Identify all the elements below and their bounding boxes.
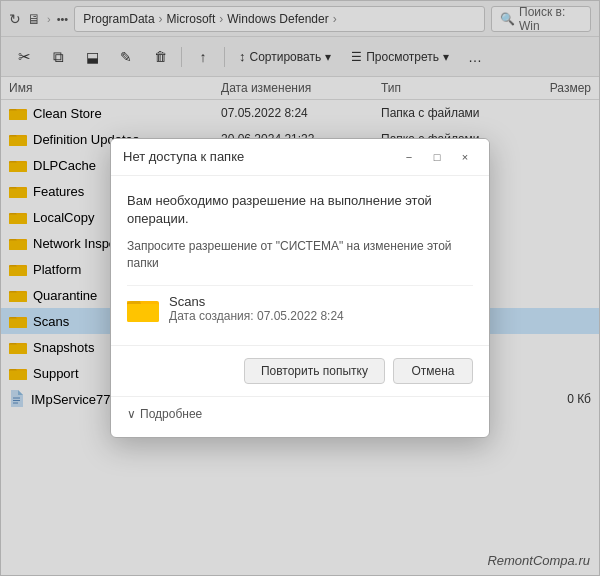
dialog-controls: − □ × — [397, 147, 477, 167]
dialog-sub-text: Запросите разрешение от "СИСТЕМА" на изм… — [127, 238, 473, 272]
dialog-details-section: ∨ Подробнее — [111, 396, 489, 437]
no-access-dialog: Нет доступа к папке − □ × Вам необходимо… — [110, 138, 490, 439]
dialog-main-text: Вам необходимо разрешение на выполнение … — [127, 192, 473, 228]
dialog-item: Scans Дата создания: 07.05.2022 8:24 — [127, 285, 473, 333]
dialog-title: Нет доступа к папке — [123, 149, 244, 164]
dialog-overlay: Нет доступа к папке − □ × Вам необходимо… — [0, 0, 600, 576]
cancel-button[interactable]: Отмена — [393, 358, 473, 384]
dialog-close-button[interactable]: × — [453, 147, 477, 167]
dialog-item-info: Scans Дата создания: 07.05.2022 8:24 — [169, 294, 344, 323]
details-label: Подробнее — [140, 407, 202, 421]
dialog-details-button[interactable]: ∨ Подробнее — [127, 401, 473, 427]
dialog-footer: Повторить попытку Отмена — [111, 345, 489, 396]
dialog-body: Вам необходимо разрешение на выполнение … — [111, 176, 489, 346]
dialog-item-name: Scans — [169, 294, 344, 309]
dialog-folder-icon — [127, 296, 159, 325]
details-chevron-icon: ∨ — [127, 407, 136, 421]
svg-rect-27 — [127, 304, 159, 322]
dialog-item-date: Дата создания: 07.05.2022 8:24 — [169, 309, 344, 323]
dialog-maximize-button[interactable]: □ — [425, 147, 449, 167]
retry-button[interactable]: Повторить попытку — [244, 358, 385, 384]
dialog-titlebar: Нет доступа к папке − □ × — [111, 139, 489, 176]
dialog-minimize-button[interactable]: − — [397, 147, 421, 167]
